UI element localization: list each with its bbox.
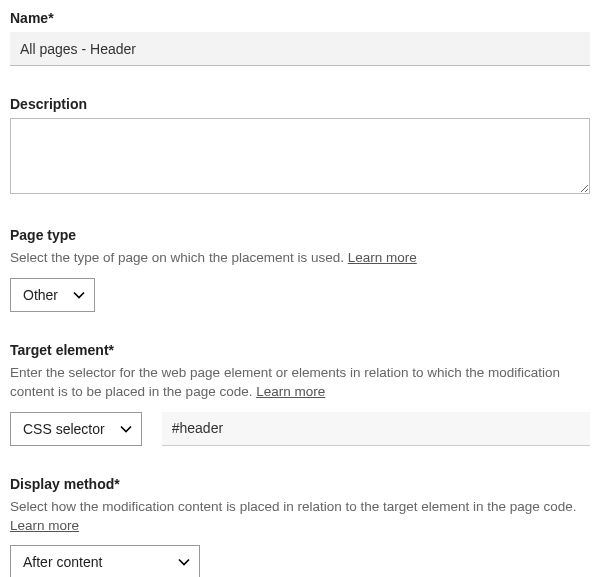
page-type-field-group: Page type Select the type of page on whi… xyxy=(10,227,590,312)
target-element-row: CSS selector xyxy=(10,412,590,446)
display-method-learn-more-link[interactable]: Learn more xyxy=(10,518,79,533)
chevron-down-icon xyxy=(72,288,86,302)
page-type-selected: Other xyxy=(23,287,58,303)
display-method-label: Display method* xyxy=(10,476,590,492)
page-type-dropdown[interactable]: Other xyxy=(10,278,95,312)
target-element-help: Enter the selector for the web page elem… xyxy=(10,364,590,402)
chevron-down-icon xyxy=(177,555,191,569)
target-element-label: Target element* xyxy=(10,342,590,358)
display-method-dropdown[interactable]: After content xyxy=(10,545,200,577)
selector-type-dropdown[interactable]: CSS selector xyxy=(10,412,142,446)
target-element-field-group: Target element* Enter the selector for t… xyxy=(10,342,590,446)
name-field-group: Name* xyxy=(10,10,590,66)
name-input[interactable] xyxy=(10,32,590,66)
selector-value-input[interactable] xyxy=(162,412,590,446)
display-method-selected: After content xyxy=(23,554,102,570)
selector-type-selected: CSS selector xyxy=(23,421,105,437)
chevron-down-icon xyxy=(119,422,133,436)
display-method-help-text: Select how the modification content is p… xyxy=(10,499,577,514)
target-element-learn-more-link[interactable]: Learn more xyxy=(256,384,325,399)
display-method-field-group: Display method* Select how the modificat… xyxy=(10,476,590,577)
display-method-help: Select how the modification content is p… xyxy=(10,498,590,536)
page-type-learn-more-link[interactable]: Learn more xyxy=(348,250,417,265)
page-type-label: Page type xyxy=(10,227,590,243)
page-type-help: Select the type of page on which the pla… xyxy=(10,249,590,268)
description-field-group: Description xyxy=(10,96,590,197)
name-label: Name* xyxy=(10,10,590,26)
description-textarea[interactable] xyxy=(10,118,590,194)
page-type-help-text: Select the type of page on which the pla… xyxy=(10,250,348,265)
description-label: Description xyxy=(10,96,590,112)
